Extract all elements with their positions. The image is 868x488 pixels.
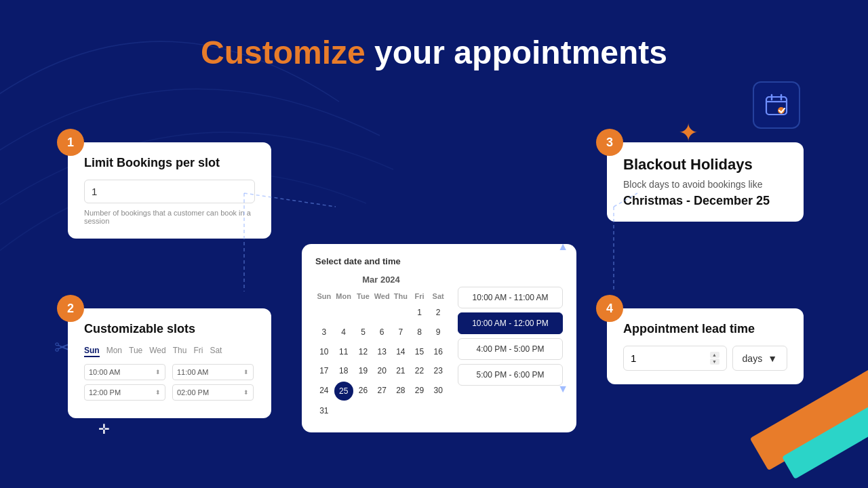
step-badge-1: 1 (57, 129, 84, 156)
time-slot-1[interactable]: 10:00 AM - 11:00 AM (458, 287, 563, 308)
lead-unit-value: days (743, 353, 763, 364)
slots-row-1: 10:00 AM⬍ 11:00 AM⬍ (84, 364, 255, 380)
cal-day-18[interactable]: 18 (334, 362, 353, 380)
cal-day-5[interactable]: 5 (355, 323, 372, 342)
cal-day-24[interactable]: 24 (315, 382, 333, 401)
slots-days: Sun Mon Tue Wed Thu Fri Sat (84, 346, 255, 357)
cal-day-14[interactable]: 14 (392, 343, 410, 361)
cal-header-mon: Mon (334, 290, 353, 302)
slots-title: Customizable slots (84, 322, 255, 336)
cal-day-20[interactable]: 20 (373, 362, 391, 380)
main-content: Customize your appointments 1 Limit Book… (0, 0, 868, 488)
cal-day-3[interactable]: 3 (315, 323, 333, 342)
slots-row-2: 12:00 PM⬍ 02:00 PM⬍ (84, 384, 255, 401)
lead-unit-selector[interactable]: days ▼ (732, 346, 787, 371)
cal-empty (392, 304, 410, 322)
cal-empty (334, 304, 353, 322)
limit-bookings-card: 1 Limit Bookings per slot Number of book… (68, 142, 271, 239)
cal-day-12[interactable]: 12 (355, 343, 372, 361)
cal-day-19[interactable]: 19 (355, 362, 372, 380)
customizable-slots-card: 2 Customizable slots Sun Mon Tue Wed Thu… (68, 308, 271, 418)
time-slots-panel: 10:00 AM - 11:00 AM 10:00 AM - 12:00 PM … (458, 274, 563, 420)
scroll-down-indicator: ▼ (557, 383, 568, 395)
cal-day-21[interactable]: 21 (392, 362, 410, 380)
bookings-hint: Number of bookings that a customer can b… (84, 209, 255, 225)
cal-day-9[interactable]: 9 (429, 323, 447, 342)
calendar-card: Select date and time Mar 2024 Sun Mon Tu… (302, 244, 576, 432)
cal-day-10[interactable]: 10 (315, 343, 333, 361)
cal-day-22[interactable]: 22 (411, 362, 429, 380)
cal-header-sat: Sat (429, 290, 447, 302)
calendar-month: Mar 2024 (315, 274, 447, 285)
time-slot-3[interactable]: 4:00 PM - 5:00 PM (458, 338, 563, 360)
blackout-holidays-card: 3 Blackout Holidays Block days to avoid … (607, 142, 804, 222)
slot-day-fri[interactable]: Fri (193, 346, 203, 357)
cal-day-25[interactable]: 25 (334, 382, 353, 401)
cal-day-16[interactable]: 16 (429, 343, 447, 361)
cal-header-sun: Sun (315, 290, 333, 302)
cal-header-tue: Tue (355, 290, 372, 302)
cal-day-29[interactable]: 29 (411, 382, 429, 401)
step-badge-4: 4 (596, 295, 623, 322)
cal-day-17[interactable]: 17 (315, 362, 333, 380)
slot-end-1[interactable]: 11:00 AM⬍ (172, 364, 254, 380)
cal-day-31[interactable]: 31 (315, 402, 333, 420)
cal-day-4[interactable]: 4 (334, 323, 353, 342)
cal-day-1[interactable]: 1 (411, 304, 429, 322)
page-title: Customize your appointments (0, 0, 868, 71)
slot-day-mon[interactable]: Mon (106, 346, 122, 357)
slot-start-2[interactable]: 12:00 PM⬍ (84, 384, 165, 401)
cal-day-26[interactable]: 26 (355, 382, 372, 401)
cal-day-15[interactable]: 15 (411, 343, 429, 361)
cal-day-7[interactable]: 7 (392, 323, 410, 342)
cal-day-23[interactable]: 23 (429, 362, 447, 380)
lead-number-value: 1 (631, 352, 636, 364)
slot-day-wed[interactable]: Wed (149, 346, 165, 357)
time-slot-2[interactable]: 10:00 AM - 12:00 PM (458, 312, 563, 334)
calendar-grid: Sun Mon Tue Wed Thu Fri Sat 1 (315, 290, 447, 420)
slot-day-sun[interactable]: Sun (84, 346, 100, 357)
spinner-down[interactable]: ▼ (710, 359, 719, 365)
scroll-up-indicator: ▲ (557, 241, 568, 253)
title-rest: your appointments (366, 35, 667, 70)
cal-day-2[interactable]: 2 (429, 304, 447, 322)
bookings-input[interactable] (84, 180, 255, 203)
step-badge-3: 3 (596, 129, 623, 156)
blackout-date: Christmas - December 25 (623, 194, 787, 208)
slot-day-tue[interactable]: Tue (129, 346, 142, 357)
slot-start-1[interactable]: 10:00 AM⬍ (84, 364, 165, 380)
time-slot-4[interactable]: 5:00 PM - 6:00 PM (458, 364, 563, 386)
lead-time-card: 4 Appointment lead time 1 ▲ ▼ days ▼ (607, 308, 804, 384)
cal-header-fri: Fri (411, 290, 429, 302)
cal-empty (315, 304, 333, 322)
cal-day-30[interactable]: 30 (429, 382, 447, 401)
blackout-desc: Block days to avoid bookings like (623, 179, 787, 190)
slot-day-thu[interactable]: Thu (173, 346, 187, 357)
step-badge-2: 2 (57, 295, 84, 322)
limit-bookings-title: Limit Bookings per slot (84, 156, 255, 170)
cal-day-27[interactable]: 27 (373, 382, 391, 401)
lead-number-field[interactable]: 1 ▲ ▼ (623, 346, 727, 371)
lead-time-title: Appointment lead time (623, 322, 787, 336)
cal-day-8[interactable]: 8 (411, 323, 429, 342)
cal-empty (355, 304, 372, 322)
cal-header-wed: Wed (373, 290, 391, 302)
cal-header-thu: Thu (392, 290, 410, 302)
cal-day-28[interactable]: 28 (392, 382, 410, 401)
lead-spinners: ▲ ▼ (710, 352, 719, 365)
cal-empty (373, 304, 391, 322)
blackout-title: Blackout Holidays (623, 156, 787, 174)
spinner-up[interactable]: ▲ (710, 352, 719, 358)
slot-day-sat[interactable]: Sat (210, 346, 222, 357)
lead-unit-arrow: ▼ (768, 353, 777, 364)
title-customize: Customize (201, 35, 366, 70)
calendar-header: Select date and time (315, 256, 563, 266)
lead-inputs: 1 ▲ ▼ days ▼ (623, 346, 787, 371)
cal-day-11[interactable]: 11 (334, 343, 353, 361)
cal-day-13[interactable]: 13 (373, 343, 391, 361)
slot-end-2[interactable]: 02:00 PM⬍ (172, 384, 254, 401)
cal-day-6[interactable]: 6 (373, 323, 391, 342)
